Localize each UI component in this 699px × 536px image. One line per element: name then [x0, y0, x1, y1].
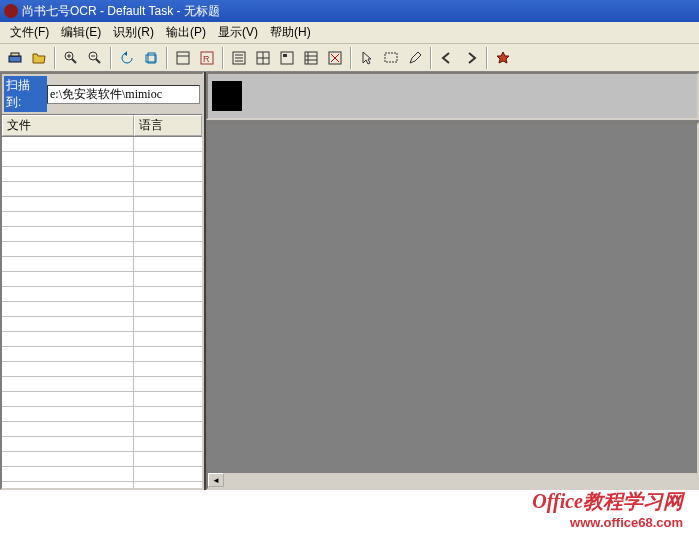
table-row[interactable] [2, 227, 202, 242]
workspace: 扫描到: 文件 语言 ◄ [0, 72, 699, 490]
table-row[interactable] [2, 257, 202, 272]
block-table-button[interactable] [252, 47, 274, 69]
thumbnail-strip [206, 72, 699, 120]
table-row[interactable] [2, 437, 202, 452]
svg-rect-22 [281, 52, 293, 64]
svg-rect-11 [177, 52, 189, 64]
open-button[interactable] [28, 47, 50, 69]
table-row[interactable] [2, 287, 202, 302]
toolbar-separator [486, 47, 488, 69]
file-list[interactable] [2, 137, 202, 488]
watermark-title: Office教程学习网 [532, 488, 683, 515]
table-row[interactable] [2, 392, 202, 407]
menu-file[interactable]: 文件(F) [4, 23, 55, 42]
table-row[interactable] [2, 242, 202, 257]
scroll-left-icon[interactable]: ◄ [208, 473, 224, 487]
svg-rect-31 [385, 53, 397, 62]
scan-path-bar: 扫描到: [2, 74, 202, 115]
app-icon [4, 4, 18, 18]
menu-display[interactable]: 显示(V) [212, 23, 264, 42]
menu-output[interactable]: 输出(P) [160, 23, 212, 42]
title-bar: 尚书七号OCR - Default Task - 无标题 [0, 0, 699, 22]
rotate-left-button[interactable] [116, 47, 138, 69]
table-row[interactable] [2, 332, 202, 347]
svg-rect-23 [283, 54, 287, 57]
table-row[interactable] [2, 182, 202, 197]
sidebar: 扫描到: 文件 语言 [0, 72, 204, 490]
zoom-out-button[interactable] [84, 47, 106, 69]
scan-path-input[interactable] [47, 85, 200, 104]
table-row[interactable] [2, 452, 202, 467]
toolbar-separator [350, 47, 352, 69]
menu-help[interactable]: 帮助(H) [264, 23, 317, 42]
table-row[interactable] [2, 407, 202, 422]
block-form-button[interactable] [300, 47, 322, 69]
block-text-button[interactable] [228, 47, 250, 69]
toolbar-separator [54, 47, 56, 69]
next-button[interactable] [460, 47, 482, 69]
select-button[interactable] [380, 47, 402, 69]
toolbar-separator [110, 47, 112, 69]
toolbar-separator [222, 47, 224, 69]
svg-line-3 [72, 59, 76, 63]
table-row[interactable] [2, 197, 202, 212]
table-row[interactable] [2, 347, 202, 362]
table-row[interactable] [2, 482, 202, 488]
horizontal-scrollbar[interactable]: ◄ [208, 472, 697, 488]
zoom-in-button[interactable] [60, 47, 82, 69]
table-row[interactable] [2, 272, 202, 287]
svg-line-7 [96, 59, 100, 63]
menu-bar: 文件(F) 编辑(E) 识别(R) 输出(P) 显示(V) 帮助(H) [0, 22, 699, 44]
watermark-url: www.office68.com [532, 515, 683, 530]
main-panel: ◄ [204, 72, 699, 490]
col-file[interactable]: 文件 [2, 115, 134, 136]
table-row[interactable] [2, 467, 202, 482]
page-thumbnail[interactable] [212, 81, 242, 111]
scanner-button[interactable] [4, 47, 26, 69]
canvas-area[interactable]: ◄ [206, 122, 699, 490]
table-row[interactable] [2, 317, 202, 332]
table-row[interactable] [2, 152, 202, 167]
file-list-header: 文件 语言 [2, 115, 202, 137]
rotate-right-button[interactable] [140, 47, 162, 69]
window-title: 尚书七号OCR - Default Task - 无标题 [22, 3, 220, 20]
block-delete-button[interactable] [324, 47, 346, 69]
col-lang[interactable]: 语言 [134, 115, 202, 136]
svg-rect-0 [9, 56, 21, 62]
settings-button[interactable] [492, 47, 514, 69]
menu-edit[interactable]: 编辑(E) [55, 23, 107, 42]
pen-button[interactable] [404, 47, 426, 69]
svg-rect-24 [305, 52, 317, 64]
table-row[interactable] [2, 377, 202, 392]
pointer-button[interactable] [356, 47, 378, 69]
table-row[interactable] [2, 302, 202, 317]
toolbar: R [0, 44, 699, 72]
svg-rect-1 [11, 53, 19, 56]
watermark: Office教程学习网 www.office68.com [532, 488, 683, 530]
table-row[interactable] [2, 362, 202, 377]
toolbar-separator [430, 47, 432, 69]
table-row[interactable] [2, 137, 202, 152]
table-row[interactable] [2, 212, 202, 227]
menu-recognize[interactable]: 识别(R) [107, 23, 160, 42]
table-row[interactable] [2, 422, 202, 437]
svg-text:R: R [203, 54, 210, 64]
toolbar-separator [166, 47, 168, 69]
prev-button[interactable] [436, 47, 458, 69]
scan-label: 扫描到: [4, 76, 47, 112]
table-row[interactable] [2, 167, 202, 182]
recognize-button[interactable]: R [196, 47, 218, 69]
block-image-button[interactable] [276, 47, 298, 69]
layout-button[interactable] [172, 47, 194, 69]
